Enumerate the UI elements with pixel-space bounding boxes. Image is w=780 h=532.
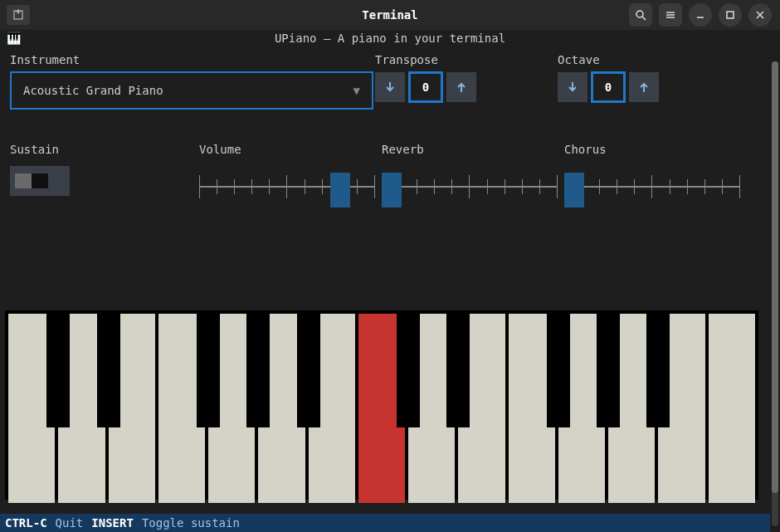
transpose-value: 0 — [408, 71, 443, 103]
svg-point-3 — [636, 11, 643, 17]
transpose-label: Transpose — [375, 53, 558, 66]
piano-icon: 🎹 — [7, 32, 21, 45]
shortcut-action: Toggle sustain — [142, 516, 240, 530]
white-key[interactable] — [509, 314, 555, 503]
white-key[interactable] — [408, 314, 455, 503]
octave-label: Octave — [558, 53, 740, 66]
transpose-down-button[interactable] — [375, 72, 405, 102]
octave-down-button[interactable] — [558, 72, 587, 102]
app-title: UPiano — A piano in your terminal — [275, 32, 505, 45]
sustain-toggle[interactable] — [10, 166, 70, 196]
instrument-select[interactable]: Acoustic Grand Piano ▼ — [10, 71, 373, 110]
reverb-label: Reverb — [382, 143, 564, 156]
white-key[interactable] — [109, 314, 155, 503]
shortcut-key: INSERT — [91, 516, 134, 530]
transpose-up-button[interactable] — [446, 72, 476, 102]
maximize-button[interactable] — [719, 3, 742, 27]
piano-keyboard[interactable] — [5, 310, 758, 500]
white-key[interactable] — [158, 314, 205, 503]
close-button[interactable] — [748, 3, 772, 27]
white-key[interactable] — [558, 314, 605, 503]
chevron-down-icon: ▼ — [353, 84, 360, 97]
octave-up-button[interactable] — [629, 72, 659, 102]
chorus-slider[interactable] — [564, 166, 747, 207]
white-key[interactable] — [309, 314, 355, 503]
reverb-slider[interactable] — [382, 166, 564, 207]
search-button[interactable] — [629, 3, 652, 27]
white-key[interactable] — [658, 314, 704, 503]
shortcut-key: CTRL-C — [5, 516, 47, 530]
white-key[interactable] — [58, 314, 105, 503]
instrument-value: Acoustic Grand Piano — [23, 84, 163, 97]
svg-rect-9 — [727, 12, 734, 18]
volume-slider[interactable] — [199, 166, 382, 207]
svg-line-4 — [642, 17, 646, 20]
white-key[interactable] — [458, 314, 505, 503]
scrollbar[interactable] — [772, 61, 778, 526]
white-key[interactable] — [709, 314, 755, 503]
white-key[interactable] — [608, 314, 655, 503]
chorus-label: Chorus — [564, 143, 747, 156]
minimize-button[interactable] — [689, 3, 712, 27]
volume-label: Volume — [199, 143, 382, 156]
octave-value: 0 — [591, 71, 626, 103]
sustain-label: Sustain — [10, 143, 199, 156]
menu-button[interactable] — [659, 3, 682, 27]
white-key[interactable] — [8, 314, 55, 503]
window-title: Terminal — [362, 8, 417, 22]
white-key[interactable] — [208, 314, 255, 503]
shortcut-action: Quit — [56, 516, 84, 530]
white-key[interactable] — [358, 314, 405, 503]
instrument-label: Instrument — [10, 53, 375, 66]
status-bar: CTRL-C Quit INSERT Toggle sustain — [0, 514, 770, 532]
new-tab-button[interactable] — [7, 5, 30, 25]
white-key[interactable] — [258, 314, 305, 503]
